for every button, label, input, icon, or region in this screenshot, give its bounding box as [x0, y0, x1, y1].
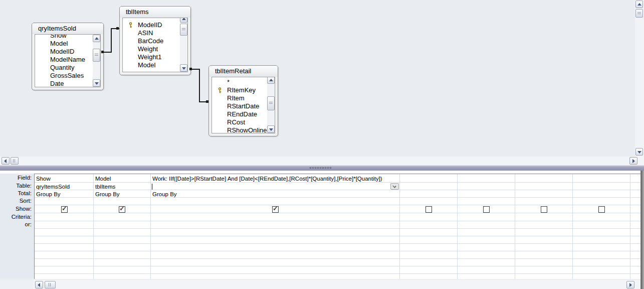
field-item[interactable]: RCost: [212, 118, 275, 126]
scroll-down-button[interactable]: [93, 79, 100, 87]
field-item[interactable]: RStartDate: [212, 102, 275, 110]
arrow-up-icon: [269, 79, 273, 81]
table-dropdown-button[interactable]: [390, 183, 399, 190]
chevron-down-icon: [392, 184, 396, 188]
diagram-pane[interactable]: qryItemsSold Show Model ModelID ModelNam…: [0, 0, 644, 157]
grid-horizontal-scrollbar[interactable]: [33, 280, 640, 289]
table-title[interactable]: tblItems: [120, 7, 190, 18]
diagram-vertical-scrollbar[interactable]: [635, 0, 644, 157]
field-item[interactable]: RShowOnline: [212, 126, 275, 133]
row-label-total: Total:: [0, 190, 34, 197]
field-item[interactable]: Weight1: [123, 53, 187, 61]
query-design-view: qryItemsSold Show Model ModelID ModelNam…: [0, 0, 644, 289]
field-list: ModelID ASIN BarCode Weight Weight1 Mode…: [122, 18, 188, 72]
splitter-grip-icon: [310, 167, 331, 169]
arrow-down-icon: [95, 82, 99, 85]
scroll-up-button[interactable]: [635, 1, 643, 8]
field-item[interactable]: ModelID: [35, 48, 100, 56]
field-item[interactable]: Show: [35, 34, 100, 40]
scrollbar-thumb[interactable]: [93, 49, 100, 62]
show-checkbox-3[interactable]: ✓: [272, 206, 279, 213]
table-title[interactable]: tblItemRetail: [209, 66, 278, 77]
table-cell-2[interactable]: tblItems: [95, 183, 148, 190]
scroll-right-button[interactable]: [626, 281, 634, 288]
scroll-left-button[interactable]: [35, 281, 43, 288]
field-item[interactable]: Weight: [123, 45, 187, 53]
show-checkbox-7[interactable]: [598, 206, 605, 213]
total-cell-3[interactable]: Group By: [152, 191, 398, 198]
field-item[interactable]: *: [212, 78, 275, 86]
arrow-right-icon: [629, 283, 632, 287]
field-item[interactable]: BarCode: [123, 37, 187, 45]
scroll-up-button[interactable]: [93, 35, 100, 42]
table-cell-3[interactable]: [152, 183, 380, 190]
total-cell-2[interactable]: Group By: [95, 191, 148, 198]
grid-row-labels: Field: Table: Total: Sort: Show: Criteri…: [0, 174, 34, 278]
row-label-sort: Sort:: [0, 197, 34, 205]
query-grid[interactable]: Show Model Work: IIf([Date]>[RStartDate]…: [34, 174, 640, 279]
design-grid-pane: Field: Table: Total: Sort: Show: Criteri…: [0, 171, 644, 280]
row-label-show: Show:: [0, 205, 34, 213]
field-item[interactable]: GrossSales: [35, 72, 100, 80]
field-list: * RItemKey RItem RStartDate REndDate RCo…: [211, 77, 275, 133]
arrow-left-icon: [4, 159, 7, 163]
show-checkbox-6[interactable]: [541, 206, 547, 213]
primary-key-icon: [128, 22, 134, 28]
arrow-up-icon: [637, 3, 641, 6]
scrollbar-corner: [0, 280, 33, 289]
arrow-left-icon: [38, 283, 40, 287]
field-item[interactable]: ASIN: [123, 29, 187, 37]
primary-key-icon: [218, 87, 223, 93]
total-cell-1[interactable]: Group By: [36, 191, 91, 198]
field-item[interactable]: Quantity: [35, 64, 100, 72]
arrow-down-icon: [637, 151, 641, 154]
arrow-down-icon: [269, 128, 273, 131]
scrollbar-thumb[interactable]: [11, 157, 19, 165]
field-cell-3[interactable]: Work: IIf([Date]>[RStartDate] And [Date]…: [152, 175, 398, 182]
field-list-scrollbar[interactable]: [180, 18, 187, 72]
scroll-down-button[interactable]: [180, 64, 187, 72]
scroll-right-button[interactable]: [629, 157, 637, 165]
scrollbar-thumb[interactable]: [267, 96, 275, 110]
show-checkbox-1[interactable]: ✓: [61, 206, 68, 213]
scrollbar-thumb[interactable]: [180, 24, 187, 36]
table-card-tblitemretail[interactable]: tblItemRetail * RItemKey RItem RStartDat…: [208, 65, 278, 136]
field-item[interactable]: ModelName: [35, 56, 100, 64]
field-item[interactable]: Model: [35, 40, 100, 48]
field-list-scrollbar[interactable]: [267, 77, 275, 133]
table-cell-1[interactable]: qryItemsSold: [36, 183, 91, 190]
field-item[interactable]: Date: [35, 80, 100, 87]
field-item[interactable]: REndDate: [212, 110, 275, 118]
scroll-down-button[interactable]: [635, 148, 643, 156]
row-label-field: Field:: [0, 174, 34, 182]
show-checkbox-5[interactable]: [483, 206, 490, 213]
table-card-qryitemssold[interactable]: qryItemsSold Show Model ModelID ModelNam…: [32, 23, 104, 90]
row-label-criteria: Criteria:: [0, 213, 34, 221]
arrow-down-icon: [182, 67, 186, 70]
field-cell-1[interactable]: Show: [36, 175, 91, 182]
arrow-up-icon: [95, 37, 99, 40]
field-list-scrollbar[interactable]: [93, 35, 100, 87]
row-label-or: or:: [0, 221, 34, 228]
table-card-tblitems[interactable]: tblItems ModelID ASIN BarCode Weight Wei…: [119, 6, 191, 75]
text-cursor: [152, 184, 152, 190]
field-cell-2[interactable]: Model: [95, 175, 148, 182]
field-item[interactable]: ModelID: [123, 21, 187, 29]
table-title[interactable]: qryItemsSold: [32, 23, 103, 34]
scrollbar-thumb[interactable]: [45, 281, 56, 288]
show-checkbox-2[interactable]: ✓: [119, 206, 125, 213]
arrow-up-icon: [182, 18, 186, 20]
scroll-down-button[interactable]: [267, 125, 275, 133]
pane-splitter[interactable]: [0, 165, 644, 171]
scroll-up-button[interactable]: [180, 18, 187, 23]
arrow-right-icon: [632, 159, 635, 163]
field-item[interactable]: Model: [123, 61, 187, 69]
scroll-up-button[interactable]: [267, 77, 275, 84]
field-item[interactable]: RItemKey: [212, 86, 275, 94]
field-item[interactable]: RItem: [212, 94, 275, 102]
show-checkbox-4[interactable]: [425, 206, 432, 213]
scroll-left-button[interactable]: [2, 157, 10, 165]
row-label-table: Table:: [0, 182, 34, 190]
diagram-horizontal-scrollbar[interactable]: [0, 157, 644, 165]
scrollbar-thumb[interactable]: [635, 9, 643, 18]
